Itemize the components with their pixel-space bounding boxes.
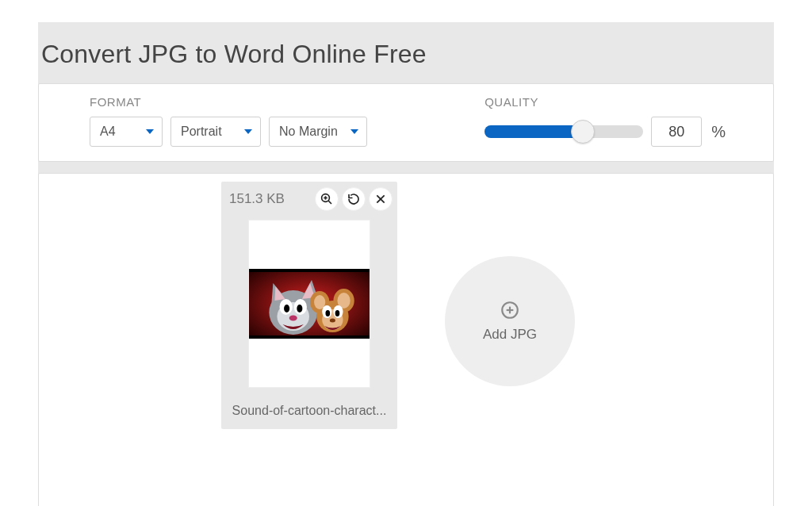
svg-point-19 [289, 316, 297, 321]
add-jpg-label: Add JPG [483, 327, 537, 343]
quality-input[interactable] [651, 117, 702, 147]
plus-circle-icon [500, 300, 520, 320]
page-size-select[interactable]: A4 [90, 117, 163, 147]
svg-rect-7 [249, 269, 370, 272]
close-icon[interactable] [369, 187, 393, 211]
percent-symbol: % [710, 123, 726, 141]
quality-column: QUALITY % [485, 95, 773, 147]
svg-point-28 [325, 310, 330, 316]
options-panel: FORMAT A4 Portrait No Margin [38, 83, 774, 162]
svg-rect-8 [249, 335, 370, 339]
orientation-select[interactable]: Portrait [170, 117, 261, 147]
svg-point-17 [284, 305, 289, 312]
orientation-value: Portrait [181, 125, 222, 139]
tool-container: Convert JPG to Word Online Free FORMAT A… [38, 22, 774, 506]
margin-select[interactable]: No Margin [269, 117, 367, 147]
svg-point-29 [335, 310, 340, 316]
slider-thumb[interactable] [571, 120, 595, 144]
format-label: FORMAT [90, 95, 367, 109]
svg-line-1 [328, 201, 331, 204]
zoom-in-icon[interactable] [315, 187, 339, 211]
chevron-down-icon [350, 129, 358, 134]
quality-slider[interactable] [485, 117, 643, 147]
file-card-header: 151.3 KB [221, 182, 397, 217]
rotate-icon[interactable] [342, 187, 366, 211]
files-panel: 151.3 KB [38, 173, 774, 506]
svg-point-18 [297, 305, 302, 312]
chevron-down-icon [244, 129, 252, 134]
page-size-value: A4 [100, 125, 116, 139]
page: Convert JPG to Word Online Free FORMAT A… [0, 22, 812, 506]
chevron-down-icon [146, 129, 154, 134]
format-column: FORMAT A4 Portrait No Margin [39, 95, 367, 147]
margin-value: No Margin [279, 125, 338, 139]
add-jpg-button[interactable]: Add JPG [445, 256, 575, 386]
file-name: Sound-of-cartoon-charact... [221, 397, 397, 429]
scroll-viewport[interactable]: Convert JPG to Word Online Free FORMAT A… [0, 0, 812, 506]
svg-point-30 [330, 319, 335, 323]
quality-label: QUALITY [485, 95, 726, 109]
file-thumbnail [248, 220, 370, 388]
slider-fill [485, 125, 583, 138]
page-title: Convert JPG to Word Online Free [38, 22, 774, 83]
cartoon-image-icon [249, 269, 370, 339]
file-size: 151.3 KB [229, 191, 312, 207]
file-card[interactable]: 151.3 KB [221, 182, 397, 429]
